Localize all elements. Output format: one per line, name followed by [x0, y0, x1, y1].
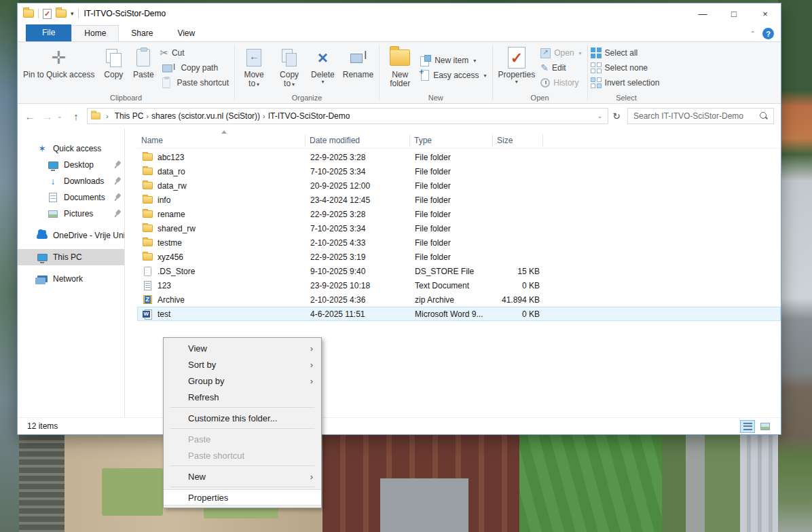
forward-button[interactable]: →	[39, 111, 56, 122]
delete-button[interactable]: × Delete ▾	[307, 43, 339, 86]
context-menu-item-group-by[interactable]: Group by›	[164, 373, 321, 389]
copy-path-button[interactable]: Copy path	[158, 60, 233, 75]
paste-shortcut-button[interactable]: Paste shortcut	[158, 75, 233, 90]
context-menu-item-view[interactable]: View›	[164, 340, 321, 356]
tab-view[interactable]: View	[165, 26, 207, 41]
copy-button[interactable]: Copy	[98, 43, 128, 81]
file-row[interactable]: info23-4-2024 12:45File folder	[137, 193, 781, 207]
submenu-arrow-icon: ›	[310, 472, 313, 482]
address-breadcrumb-bar[interactable]: › This PC›shares (scistor.vu.nl (SciStor…	[87, 108, 608, 124]
pictures-icon	[48, 208, 58, 219]
file-row[interactable]: data_ro7-10-2025 3:34File folder	[137, 164, 781, 178]
cut-button[interactable]: ✂ Cut	[158, 45, 233, 60]
file-row[interactable]: Archive2-10-2025 4:36zip Archive41.894 K…	[137, 292, 781, 307]
rename-icon	[349, 52, 367, 63]
context-menu-item-sort-by[interactable]: Sort by›	[164, 356, 321, 373]
file-row[interactable]: rename22-9-2025 3:28File folder	[137, 207, 781, 221]
file-name: 123	[158, 281, 171, 290]
group-label-open: Open	[494, 93, 586, 103]
help-icon[interactable]: ?	[762, 28, 774, 39]
sidebar-item-label: Desktop	[64, 160, 94, 170]
file-row[interactable]: testme2-10-2025 4:33File folder	[137, 235, 781, 250]
refresh-icon[interactable]: ↻	[611, 111, 625, 121]
items-count: 12 items	[27, 421, 58, 431]
file-row[interactable]: 12323-9-2025 10:18Text Document0 KB	[137, 278, 781, 292]
breadcrumb-separator-icon[interactable]: ›	[261, 112, 267, 120]
new-item-button[interactable]: New item▾	[419, 53, 490, 68]
context-menu-item-paste[interactable]: Paste	[164, 431, 321, 447]
easy-access-button[interactable]: Easy access▾	[419, 68, 490, 83]
menu-item-label: Customize this folder...	[188, 413, 278, 423]
close-button[interactable]: ×	[750, 3, 781, 24]
group-label-clipboard: Clipboard	[19, 93, 233, 103]
file-row[interactable]: .DS_Store9-10-2025 9:40DS_STORE File15 K…	[137, 264, 781, 278]
column-header-date-modified[interactable]: Date modified	[306, 134, 410, 147]
large-icons-view-button[interactable]	[758, 420, 773, 433]
select-all-button[interactable]: Select all	[589, 45, 664, 60]
minimize-button[interactable]: —	[687, 3, 718, 24]
pin-icon	[112, 192, 124, 204]
sidebar-item-downloads[interactable]: ↓Downloads	[18, 173, 124, 189]
monitor-icon	[48, 159, 58, 170]
context-menu-item-properties[interactable]: Properties	[164, 489, 321, 506]
copy-to-button[interactable]: Copy to▾	[272, 43, 307, 90]
file-row[interactable]: abc12322-9-2025 3:28File folder	[137, 150, 781, 164]
qat-new-folder-icon[interactable]	[56, 10, 67, 18]
edit-button[interactable]: ✎ Edit	[539, 60, 585, 75]
context-menu-item-customize-this-folder[interactable]: Customize this folder...	[164, 410, 321, 426]
breadcrumb-separator-icon[interactable]: ›	[145, 112, 150, 120]
file-row[interactable]: shared_rw7-10-2025 3:34File folder	[137, 221, 781, 235]
sidebar-item-quick-access[interactable]: ✶Quick access	[18, 140, 124, 157]
rename-button[interactable]: Rename	[339, 43, 377, 81]
up-button[interactable]: ↑	[68, 111, 84, 122]
column-header-size[interactable]: Size	[493, 134, 543, 147]
breadcrumb-segment[interactable]: This PC	[113, 111, 145, 121]
column-header-name[interactable]: Name	[137, 134, 306, 147]
context-menu-item-paste-shortcut[interactable]: Paste shortcut	[164, 447, 321, 463]
file-row[interactable]: data_rw20-9-2025 12:00File folder	[137, 178, 781, 193]
recent-locations-chevron-icon[interactable]: ⌄	[57, 113, 67, 119]
file-row[interactable]: xyz45622-9-2025 3:19File folder	[137, 250, 781, 264]
details-view-button[interactable]	[740, 420, 755, 433]
collapse-ribbon-chevron-icon[interactable]: ⌃	[750, 30, 756, 37]
sidebar-item-this-pc[interactable]: This PC	[18, 249, 124, 265]
move-to-button[interactable]: Move to▾	[236, 43, 272, 90]
tab-home[interactable]: Home	[71, 25, 119, 41]
file-type: File folder	[411, 167, 494, 176]
sidebar-item-pictures[interactable]: Pictures	[18, 206, 124, 222]
sidebar-item-documents[interactable]: Documents	[18, 189, 124, 206]
address-dropdown-chevron-icon[interactable]: ⌄	[595, 113, 606, 119]
new-folder-button[interactable]: New folder	[381, 43, 419, 90]
maximize-button[interactable]: □	[718, 3, 750, 24]
file-date: 23-9-2025 10:18	[306, 281, 411, 290]
title-bar[interactable]: ✓ ▾ IT-ITVO-SciStor-Demo — □ ×	[18, 3, 781, 24]
tab-file[interactable]: File	[26, 24, 71, 41]
properties-check-icon: ✓	[508, 47, 525, 69]
select-none-button[interactable]: Select none	[589, 60, 664, 75]
back-button[interactable]: ←	[22, 111, 38, 122]
qat-properties-icon[interactable]: ✓	[43, 9, 52, 19]
pin-to-quick-access-button[interactable]: ✛ Pin to Quick access	[19, 43, 98, 81]
breadcrumb-segment[interactable]: shares (scistor.vu.nl (SciStor))	[150, 111, 261, 121]
sidebar-item-network[interactable]: Network	[18, 271, 124, 287]
open-button[interactable]: Open▾	[539, 45, 585, 60]
context-menu-item-new[interactable]: New›	[164, 468, 321, 484]
column-header-type[interactable]: Type	[410, 134, 493, 147]
move-to-icon	[246, 49, 261, 66]
invert-selection-button[interactable]: Invert selection	[589, 75, 664, 90]
file-row[interactable]: test4-6-2025 11:51Microsoft Word 9...0 K…	[137, 307, 781, 321]
new-item-icon	[420, 55, 431, 66]
tab-share[interactable]: Share	[119, 26, 165, 41]
sidebar-item-label: Documents	[64, 193, 105, 202]
sidebar-item-onedrive[interactable]: OneDrive - Vrije Univ	[18, 227, 124, 244]
menu-item-label: Properties	[188, 493, 228, 503]
context-menu-item-refresh[interactable]: Refresh	[164, 389, 321, 405]
properties-button[interactable]: ✓ Properties ▾	[494, 43, 540, 86]
paste-button[interactable]: Paste	[128, 43, 158, 81]
search-input[interactable]: Search IT-ITVO-SciStor-Demo	[627, 108, 774, 124]
history-button[interactable]: History	[539, 75, 585, 90]
breadcrumb-segment[interactable]: IT-ITVO-SciStor-Demo	[267, 111, 352, 121]
sidebar-item-desktop[interactable]: Desktop	[18, 157, 124, 173]
file-name: Archive	[158, 295, 185, 305]
qat-customize-chevron-icon[interactable]: ▾	[71, 10, 74, 17]
